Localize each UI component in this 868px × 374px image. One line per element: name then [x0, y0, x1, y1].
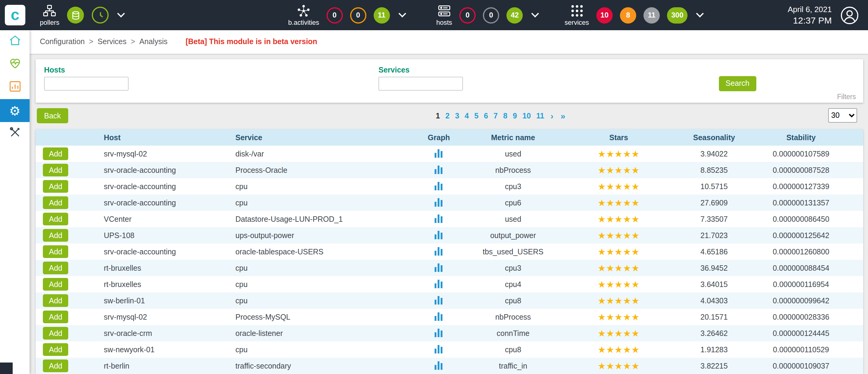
business-activities-menu[interactable]: b.activities — [288, 4, 319, 26]
pollers-label: pollers — [40, 19, 59, 26]
page-link[interactable]: 2 — [445, 112, 450, 120]
table-row: Add srv-oracle-accounting Process-Oracle… — [36, 162, 863, 178]
ba-chevron-down-icon[interactable] — [398, 10, 406, 17]
page-link[interactable]: 10 — [522, 112, 531, 120]
status-badge[interactable]: 0 — [350, 7, 366, 23]
graph-icon[interactable] — [435, 181, 443, 190]
stars-rating: ★★★★★ — [548, 146, 689, 162]
graph-icon[interactable] — [435, 361, 443, 370]
table-row: Add rt-berlin traffic-secondary traffic_… — [36, 358, 863, 374]
user-profile-icon[interactable] — [840, 6, 859, 25]
stars-rating: ★★★★★ — [548, 309, 689, 325]
stars-rating: ★★★★★ — [548, 292, 689, 309]
next-page-icon[interactable]: › — [551, 111, 553, 121]
status-badge[interactable]: 11 — [374, 7, 390, 23]
graph-icon[interactable] — [435, 246, 443, 255]
page-link-current[interactable]: 1 — [436, 112, 440, 120]
graph-icon[interactable] — [435, 344, 443, 353]
services-menu[interactable]: services — [565, 4, 589, 26]
pollers-menu[interactable]: pollers — [40, 4, 59, 26]
graph-icon[interactable] — [435, 148, 443, 157]
graph-icon[interactable] — [435, 230, 443, 239]
status-badge[interactable]: 0 — [483, 7, 499, 23]
hosts-filter-input[interactable] — [44, 77, 129, 91]
graph-icon[interactable] — [435, 165, 443, 174]
table-row: Add srv-mysql-02 disk-/var used ★★★★★ 3.… — [36, 146, 863, 162]
page-link[interactable]: 11 — [536, 112, 544, 120]
table-row: Add rt-bruxelles cpu cpu3 ★★★★★ 36.9452 … — [36, 260, 863, 276]
last-page-icon[interactable]: » — [561, 111, 566, 121]
stability-cell: 0.000000099642 — [739, 292, 863, 309]
page-link[interactable]: 6 — [484, 112, 488, 120]
hosts-chevron-down-icon[interactable] — [531, 10, 539, 17]
add-button[interactable]: Add — [43, 294, 68, 307]
add-button[interactable]: Add — [43, 180, 68, 193]
breadcrumb-analysis[interactable]: Analysis — [140, 38, 167, 46]
status-badge[interactable]: 11 — [644, 7, 660, 23]
sidebar-item-configuration[interactable]: ⚙ — [0, 99, 30, 122]
page-link[interactable]: 4 — [465, 112, 469, 120]
add-button[interactable]: Add — [43, 164, 68, 176]
add-button[interactable]: Add — [43, 262, 68, 274]
service-cell: cpu — [227, 260, 400, 276]
back-button[interactable]: Back — [37, 108, 68, 123]
sidebar-item-monitoring[interactable] — [0, 53, 30, 76]
status-badge[interactable]: 300 — [667, 7, 687, 23]
page-link[interactable]: 5 — [474, 112, 478, 120]
seasonality-cell: 3.82215 — [689, 358, 739, 374]
add-button[interactable]: Add — [43, 327, 68, 340]
add-button[interactable]: Add — [43, 196, 68, 209]
hosts-icon — [438, 4, 451, 18]
breadcrumb-separator: > — [131, 38, 135, 46]
hosts-menu[interactable]: hosts — [436, 4, 453, 26]
status-badge[interactable]: 8 — [620, 7, 636, 23]
add-button[interactable]: Add — [43, 311, 68, 323]
pollers-chevron-down-icon[interactable] — [117, 10, 125, 17]
host-cell: sw-berlin-01 — [96, 292, 227, 309]
poller-database-status-icon[interactable] — [67, 7, 84, 24]
business-activities-label: b.activities — [288, 19, 319, 26]
page-size-select[interactable]: 30 — [828, 108, 857, 123]
graph-icon[interactable] — [435, 279, 443, 288]
graph-icon[interactable] — [435, 197, 443, 206]
add-button[interactable]: Add — [43, 343, 68, 356]
add-button[interactable]: Add — [43, 359, 68, 372]
search-button[interactable]: Search — [719, 76, 756, 91]
hosts-filter-label: Hosts — [44, 66, 65, 74]
sidebar-item-home[interactable] — [0, 30, 30, 53]
graph-icon[interactable] — [435, 328, 443, 337]
breadcrumb-configuration[interactable]: Configuration — [40, 38, 85, 46]
services-filter-input[interactable] — [378, 77, 463, 91]
page-link[interactable]: 8 — [503, 112, 507, 120]
graph-icon[interactable] — [435, 295, 443, 304]
host-cell: VCenter — [96, 211, 227, 227]
header-graph: Graph — [400, 129, 478, 146]
sidebar-item-reporting[interactable] — [0, 76, 30, 99]
service-cell: Datastore-Usage-LUN-PROD_1 — [227, 211, 400, 227]
status-badge[interactable]: 10 — [596, 7, 613, 23]
add-button[interactable]: Add — [43, 229, 68, 242]
status-badge[interactable]: 0 — [459, 7, 476, 23]
sidebar-item-administration[interactable] — [0, 122, 30, 145]
status-badge[interactable]: 0 — [327, 7, 343, 23]
seasonality-cell: 10.5715 — [689, 178, 739, 195]
graph-icon[interactable] — [435, 213, 443, 223]
breadcrumb-services[interactable]: Services — [97, 38, 126, 46]
add-button[interactable]: Add — [43, 213, 68, 225]
services-chevron-down-icon[interactable] — [696, 10, 704, 17]
add-button[interactable]: Add — [43, 147, 68, 160]
centreon-logo[interactable]: c — [5, 5, 25, 25]
status-badge[interactable]: 42 — [506, 7, 523, 23]
page-link[interactable]: 7 — [493, 112, 498, 120]
metric-cell: cpu6 — [478, 195, 548, 211]
poller-latency-status-icon[interactable] — [92, 7, 109, 24]
current-date: April 6, 2021 — [788, 5, 832, 14]
add-button[interactable]: Add — [43, 278, 68, 291]
sidebar: ⚙ — [0, 30, 30, 374]
add-button[interactable]: Add — [43, 245, 68, 258]
page-link[interactable]: 3 — [455, 112, 459, 120]
graph-icon[interactable] — [435, 312, 443, 320]
table-row: Add srv-oracle-accounting cpu cpu3 ★★★★★… — [36, 178, 863, 195]
page-link[interactable]: 9 — [513, 112, 517, 120]
graph-icon[interactable] — [435, 262, 443, 271]
